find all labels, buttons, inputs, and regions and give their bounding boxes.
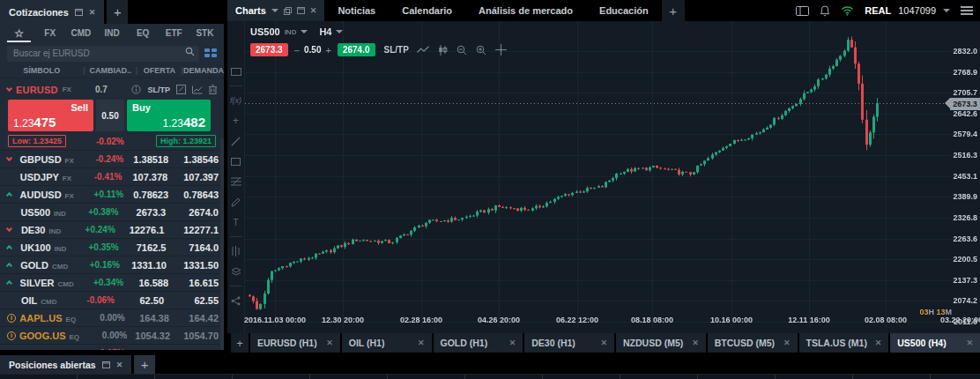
quote-ask[interactable]: 2674.0	[171, 207, 224, 218]
quote-ask[interactable]: 0.78643	[174, 190, 224, 200]
line-style-icon[interactable]	[417, 46, 429, 54]
quote-row[interactable]: i GBPUSDFX -0.24% 1.38518 1.38546	[0, 151, 224, 168]
quote-ask[interactable]: 6.9040	[174, 348, 224, 351]
buy-button[interactable]: Buy 1.23482	[127, 100, 211, 131]
add-quotes-tab-button[interactable]: +	[107, 0, 128, 24]
quote-row[interactable]: i DE30IND +0.24% 12276.1 12277.1	[0, 221, 224, 239]
quote-bid[interactable]: 1331.10	[120, 260, 172, 271]
candles-icon[interactable]	[438, 45, 448, 56]
category-tab[interactable]: CMD	[65, 24, 96, 42]
zoom-in-icon[interactable]	[476, 45, 486, 56]
quote-ask[interactable]: 7164.0	[171, 242, 224, 253]
header-bid[interactable]: OFERTA	[137, 66, 181, 75]
quote-bid[interactable]: 12276.1	[115, 225, 170, 235]
chart-tab[interactable]: EURUSD (H1) ✕	[250, 333, 340, 353]
chart-symbol-selector[interactable]: US500	[250, 26, 280, 37]
quotes-panel-tab[interactable]: Cotizaciones ✕	[0, 0, 104, 24]
text-tool-icon[interactable]: T	[229, 216, 243, 228]
close-icon[interactable]: ✕	[692, 338, 699, 347]
tab-favorites[interactable]: ☆	[4, 24, 34, 42]
close-icon[interactable]: ✕	[783, 338, 791, 347]
float-window-icon[interactable]	[75, 9, 83, 16]
quote-ask[interactable]: 62.55	[169, 295, 224, 306]
volume-tool-icon[interactable]	[229, 245, 243, 257]
chevron-down-icon[interactable]	[301, 30, 308, 33]
category-tab[interactable]: ETF	[159, 24, 189, 42]
tab-charts[interactable]: Charts ✕	[227, 0, 324, 21]
volume-increase-button[interactable]: +	[326, 45, 331, 56]
category-tab[interactable]: STK	[189, 24, 220, 42]
chart-display-icon[interactable]	[229, 65, 243, 78]
popout-icon[interactable]	[284, 7, 292, 15]
quote-bid[interactable]: 62.50	[115, 295, 169, 306]
chart-tab[interactable]: US500 (H4) ✕	[890, 333, 980, 353]
quote-row[interactable]: i BBVA.ESEQ -0.17% 6.9000 6.9040	[0, 345, 224, 350]
quote-ask[interactable]: 16.615	[174, 278, 224, 288]
close-icon[interactable]: ✕	[966, 338, 973, 347]
quote-ask[interactable]: 1331.50	[172, 260, 224, 271]
trendline-icon[interactable]	[229, 135, 243, 147]
quote-row[interactable]: i AAPL.USEQ 0.00% 164.38 164.42	[0, 309, 224, 327]
trash-icon[interactable]	[209, 85, 217, 94]
header-symbol[interactable]: SÍMBOLO	[0, 66, 83, 75]
tab-noticias[interactable]: Noticias	[324, 0, 389, 21]
share-icon[interactable]	[229, 294, 243, 307]
price-canvas[interactable]	[245, 21, 956, 333]
close-panel-icon[interactable]: ✕	[89, 8, 96, 17]
close-icon[interactable]: ✕	[418, 338, 425, 347]
chart-tab[interactable]: NZDUSD (M5) ✕	[616, 333, 706, 353]
tab-calendario[interactable]: Calendario	[389, 0, 465, 21]
timeframe-selector[interactable]: H4	[319, 26, 331, 37]
float-window-icon[interactable]	[297, 7, 305, 14]
positions-panel-tab[interactable]: Posiciones abiertas ✕	[0, 355, 131, 374]
zoom-out-icon[interactable]	[457, 45, 467, 56]
quote-ask[interactable]: 164.42	[174, 313, 224, 323]
chart-tab[interactable]: BTCUSD (M5) ✕	[708, 333, 798, 353]
chevron-down-icon[interactable]	[336, 30, 343, 33]
add-positions-tab-button[interactable]: +	[134, 355, 155, 374]
chart-tab[interactable]: DE30 (H1) ✕	[524, 333, 614, 353]
chart-tab[interactable]: TSLA.US (M1) ✕	[799, 333, 889, 353]
header-ask[interactable]: DEMANDA	[183, 66, 224, 75]
sltp-button[interactable]: SL/TP	[147, 85, 170, 94]
quotes-scrollbar[interactable]	[220, 139, 224, 350]
quote-row[interactable]: i OILCMD -0.06% 62.50 62.55	[0, 292, 224, 309]
fibonacci-icon[interactable]	[229, 175, 243, 188]
close-icon[interactable]: ✕	[875, 338, 882, 347]
quote-ask[interactable]: 1.38546	[174, 154, 224, 165]
list-view-grid-icon[interactable]	[204, 48, 217, 57]
objects-layers-icon[interactable]	[229, 265, 243, 278]
notifications-bell-icon[interactable]	[820, 5, 830, 17]
order-note-icon[interactable]	[176, 85, 186, 94]
quote-row[interactable]: i US500IND +0.38% 2673.3 2674.0	[0, 204, 224, 221]
crosshair-plus-icon[interactable]: +	[229, 115, 243, 127]
close-panel-icon[interactable]: ✕	[116, 360, 123, 369]
float-window-icon[interactable]	[102, 361, 110, 368]
info-icon[interactable]	[131, 85, 141, 94]
quote-bid[interactable]: 16.588	[123, 278, 174, 288]
quote-row[interactable]: i GOLDCMD +0.16% 1331.10 1331.50	[0, 256, 224, 274]
pan-crosshair-icon[interactable]	[495, 44, 507, 56]
quote-ask[interactable]: 1054.70	[175, 331, 224, 341]
featured-header[interactable]: EURUSD FX 0.7 SL/TP	[0, 80, 224, 99]
category-tab[interactable]: EQ	[128, 24, 159, 42]
quote-bid[interactable]: 1054.32	[127, 331, 175, 341]
quote-bid[interactable]: 6.9000	[125, 348, 174, 351]
chart-tab[interactable]: OIL (H1) ✕	[342, 333, 432, 353]
sell-button[interactable]: Sell 1.23475	[8, 100, 93, 131]
tab-analisis[interactable]: Análisis de mercado	[465, 0, 586, 21]
quote-row[interactable]: i SILVERCMD +0.34% 16.588 16.615	[0, 274, 224, 292]
pencil-icon[interactable]	[229, 196, 243, 208]
workspace-layout-icon[interactable]	[796, 6, 809, 16]
quote-bid[interactable]: 164.38	[125, 313, 174, 323]
quote-row[interactable]: i USDJPYFX -0.41% 107.378 107.397	[0, 168, 224, 186]
category-tab[interactable]: IND	[96, 24, 127, 42]
close-icon[interactable]: ✕	[326, 338, 333, 347]
close-icon[interactable]: ✕	[509, 338, 516, 347]
connection-wifi-icon[interactable]	[841, 5, 854, 16]
quote-ask[interactable]: 107.397	[173, 172, 224, 182]
open-chart-icon[interactable]	[192, 85, 203, 94]
quote-bid[interactable]: 7162.5	[119, 242, 172, 253]
quote-ask[interactable]: 12277.1	[169, 225, 224, 235]
chart-sell-price-button[interactable]: 2673.3	[250, 43, 288, 56]
